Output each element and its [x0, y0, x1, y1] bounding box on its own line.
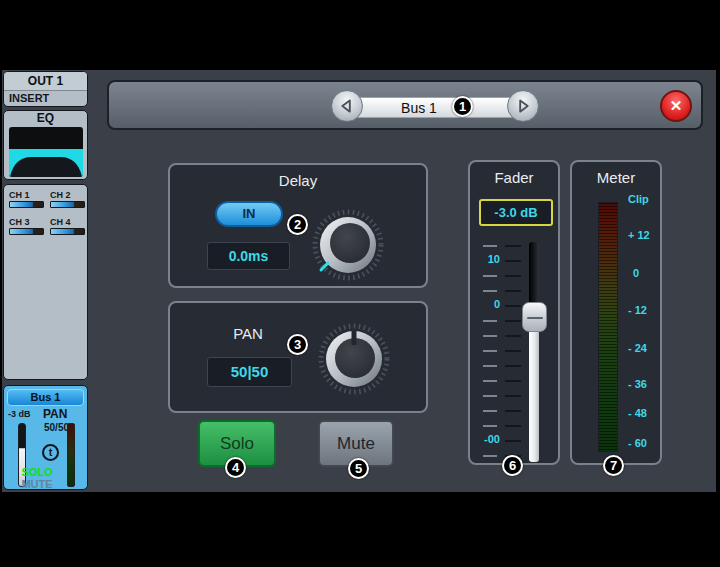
bus-strip-pan-label: PAN	[43, 407, 67, 421]
sidebar-bus-strip[interactable]: Bus 1 -3 dB PAN 50/50 t SOLO MUTE	[3, 385, 88, 490]
bus-header-bar: Bus 1 ✕	[107, 80, 703, 130]
fader-handle[interactable]	[522, 302, 547, 332]
eq-curve-icon	[9, 127, 83, 177]
channel-label: CH 3	[9, 216, 44, 228]
sidebar-out-insert-panel[interactable]: OUT 1 INSERT	[3, 71, 88, 107]
fader-tick	[483, 380, 497, 382]
delay-title: Delay	[170, 172, 426, 189]
channel-level-bar	[9, 228, 44, 235]
previous-bus-button[interactable]	[331, 90, 363, 122]
delay-in-button[interactable]: IN	[215, 201, 283, 227]
channel-label: CH 4	[50, 216, 85, 228]
fader-tick	[505, 335, 521, 337]
fader-tick	[505, 245, 521, 247]
channel-meter: CH 2	[50, 189, 85, 215]
meter-scale-label: - 24	[628, 342, 662, 354]
meter-scale-label: - 12	[628, 304, 662, 316]
fader-tick	[483, 275, 497, 277]
fader-tick	[505, 410, 521, 412]
fader-tick	[505, 440, 521, 442]
annotation-badge: 7	[603, 455, 624, 476]
insert-label: INSERT	[4, 91, 87, 106]
fader-scale-label: 0	[472, 298, 500, 310]
meter-scale-label: Clip	[628, 193, 662, 205]
pan-section: PAN 50|50	[168, 301, 428, 413]
next-bus-button[interactable]	[507, 90, 539, 122]
fader-tick	[483, 455, 497, 457]
fader-tick	[483, 335, 497, 337]
fader-tick	[505, 380, 521, 382]
channel-meter: CH 1	[9, 189, 44, 215]
bus-strip-name-button[interactable]: Bus 1	[7, 389, 84, 406]
left-arrow-icon	[332, 90, 362, 122]
bus-name-display[interactable]: Bus 1	[338, 97, 534, 118]
annotation-badge: 6	[502, 455, 523, 476]
delay-indicator-icon: t	[42, 444, 59, 461]
channel-meter: CH 3	[9, 216, 44, 242]
fader-scale-label: -00	[472, 433, 500, 445]
eq-label: EQ	[4, 111, 87, 126]
channel-label: CH 1	[9, 189, 44, 201]
fader-tick	[505, 320, 521, 322]
mixer-screen: OUT 1 INSERT EQ CH 1 CH 2 CH 3	[2, 70, 716, 492]
bus-strip-solo-indicator: SOLO	[4, 466, 70, 478]
delay-time-value[interactable]: 0.0ms	[207, 242, 290, 270]
fader-tick	[483, 350, 497, 352]
meter-scale-label: - 60	[628, 437, 662, 449]
annotation-badge: 5	[348, 458, 369, 479]
level-meter-bar	[598, 202, 618, 452]
fader-track-lit[interactable]	[529, 316, 539, 462]
fader-tick	[505, 395, 521, 397]
fader-tick	[505, 260, 521, 262]
meter-scale-label: - 48	[628, 407, 662, 419]
fader-tick	[505, 290, 521, 292]
bus-strip-pan-value: 50/50	[44, 422, 69, 433]
meter-scale-label: 0	[628, 267, 662, 279]
eq-curve-display	[9, 127, 83, 177]
pan-knob[interactable]	[316, 321, 392, 397]
out-channel-label: OUT 1	[4, 72, 87, 91]
fader-tick	[505, 275, 521, 277]
annotation-badge: 3	[287, 334, 308, 355]
fader-section: Fader -3.0 dB 10 0 -00	[468, 160, 560, 465]
close-icon[interactable]: ✕	[660, 90, 692, 122]
meter-title: Meter	[572, 169, 660, 186]
meter-scale-label: - 36	[628, 378, 662, 390]
sidebar-eq-panel[interactable]: EQ	[3, 110, 88, 180]
fader-tick	[505, 305, 521, 307]
annotation-badge: 4	[225, 457, 246, 478]
channel-level-bar	[9, 201, 44, 208]
fader-tick	[483, 410, 497, 412]
fader-tick	[483, 290, 497, 292]
bus-strip-mini-meter	[67, 423, 75, 487]
fader-tick	[483, 365, 497, 367]
right-arrow-icon	[508, 90, 538, 122]
sidebar-channel-meters-panel[interactable]: CH 1 CH 2 CH 3 CH 4	[3, 184, 88, 380]
delay-knob[interactable]	[310, 207, 386, 283]
fader-tick	[505, 365, 521, 367]
fader-tick	[505, 350, 521, 352]
fader-tick	[483, 425, 497, 427]
fader-tick	[483, 245, 497, 247]
pan-value[interactable]: 50|50	[207, 357, 292, 387]
fader-tick	[483, 395, 497, 397]
fader-scale-label: 10	[472, 253, 500, 265]
meter-section: Meter Clip + 12 0 - 12 - 24 - 36 - 48 - …	[570, 160, 662, 465]
annotation-badge: 2	[287, 214, 308, 235]
meter-scale-label: + 12	[628, 229, 662, 241]
bus-strip-mute-indicator: MUTE	[4, 478, 70, 490]
channel-meter: CH 4	[50, 216, 85, 242]
fader-tick	[483, 320, 497, 322]
fader-tick	[505, 425, 521, 427]
channel-level-bar	[50, 228, 85, 235]
bus-name-text: Bus 1	[401, 100, 437, 116]
bus-strip-gain: -3 dB	[8, 409, 31, 419]
channel-label: CH 2	[50, 189, 85, 201]
annotation-badge: 1	[452, 96, 473, 117]
channel-level-bar	[50, 201, 85, 208]
